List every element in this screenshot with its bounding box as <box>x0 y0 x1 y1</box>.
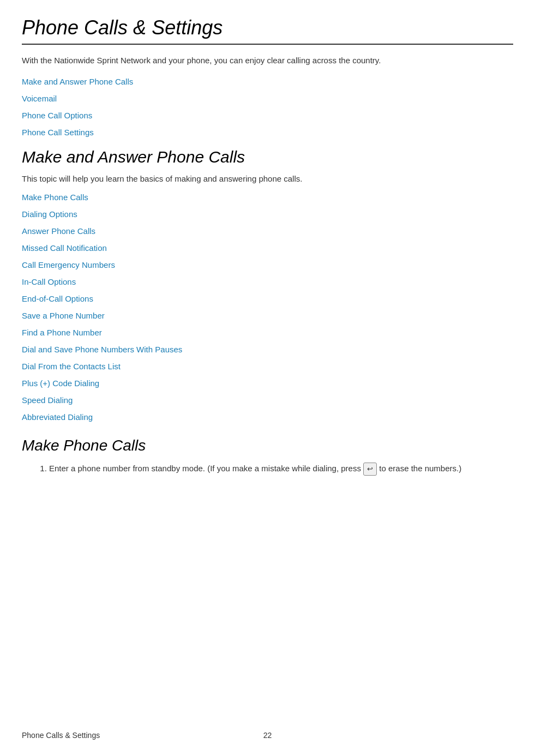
footer-left-text: Phone Calls & Settings <box>22 731 100 740</box>
footer-page-number: 22 <box>263 731 272 740</box>
sub-link-save-phone-number[interactable]: Save a Phone Number <box>22 311 513 320</box>
toc-link-make-answer[interactable]: Make and Answer Phone Calls <box>22 77 513 86</box>
toc-link-voicemail[interactable]: Voicemail <box>22 94 513 103</box>
page-title: Phone Calls & Settings <box>22 16 513 39</box>
sub-link-speed-dialing[interactable]: Speed Dialing <box>22 395 513 405</box>
sub-link-find-phone-number[interactable]: Find a Phone Number <box>22 328 513 337</box>
title-divider <box>22 44 513 45</box>
sub-link-make-phone-calls[interactable]: Make Phone Calls <box>22 193 513 202</box>
sub-link-plus-code[interactable]: Plus (+) Code Dialing <box>22 379 513 388</box>
sub-link-abbreviated-dialing[interactable]: Abbreviated Dialing <box>22 412 513 422</box>
sub-link-missed-call[interactable]: Missed Call Notification <box>22 243 513 253</box>
step-1: Enter a phone number from standby mode. … <box>49 462 513 476</box>
table-of-contents: Make and Answer Phone Calls Voicemail Ph… <box>22 77 513 137</box>
subsection-title-make-phone-calls: Make Phone Calls <box>22 437 513 454</box>
sub-link-dialing-options[interactable]: Dialing Options <box>22 209 513 219</box>
make-phone-calls-steps: Enter a phone number from standby mode. … <box>49 462 513 476</box>
intro-paragraph: With the Nationwide Sprint Network and y… <box>22 55 513 67</box>
sub-link-emergency-numbers[interactable]: Call Emergency Numbers <box>22 260 513 269</box>
step-1-suffix: to erase the numbers.) <box>379 464 461 473</box>
sub-link-end-of-call[interactable]: End-of-Call Options <box>22 294 513 303</box>
step-1-text: Enter a phone number from standby mode. … <box>49 464 361 473</box>
section-intro-make-answer: This topic will help you learn the basic… <box>22 173 513 185</box>
sub-toc-links: Make Phone Calls Dialing Options Answer … <box>22 193 513 422</box>
sub-link-dial-save-pauses[interactable]: Dial and Save Phone Numbers With Pauses <box>22 345 513 354</box>
sub-link-dial-contacts[interactable]: Dial From the Contacts List <box>22 362 513 371</box>
section-title-make-answer: Make and Answer Phone Calls <box>22 148 513 166</box>
toc-link-phone-call-options[interactable]: Phone Call Options <box>22 111 513 120</box>
sub-link-answer-phone-calls[interactable]: Answer Phone Calls <box>22 226 513 236</box>
back-button-icon: ↩ <box>363 463 377 476</box>
sub-link-in-call-options[interactable]: In-Call Options <box>22 277 513 286</box>
toc-link-phone-call-settings[interactable]: Phone Call Settings <box>22 128 513 137</box>
